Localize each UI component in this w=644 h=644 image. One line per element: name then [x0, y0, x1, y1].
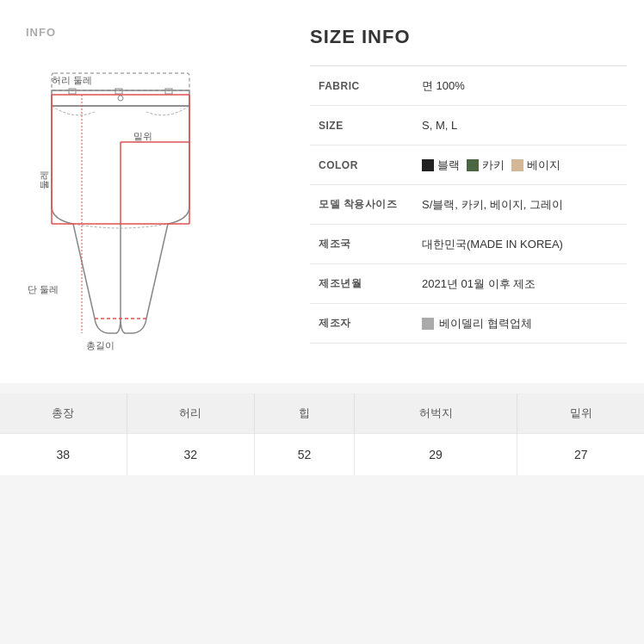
info-row-model-size: 모델 착용사이즈 S/블랙, 카키, 베이지, 그레이: [310, 185, 627, 225]
value-country: 대한민국(MADE IN KOREA): [413, 226, 627, 263]
col-header-waist: 허리: [127, 393, 255, 434]
cell-waist: 32: [127, 434, 255, 476]
swatch-khaki-color: [467, 159, 479, 171]
label-date: 제조년월: [310, 266, 413, 301]
diagram-container: 허리 둘레 밑위 둘레 단 둘레 총길이: [26, 65, 215, 357]
swatch-black-label: 블랙: [437, 158, 460, 173]
svg-point-5: [118, 96, 123, 101]
label-country: 제조국: [310, 226, 413, 262]
left-panel: INFO: [17, 26, 293, 357]
value-model-size: S/블랙, 카키, 베이지, 그레이: [413, 187, 627, 223]
swatch-beige-label: 베이지: [527, 158, 560, 173]
right-panel: SIZE INFO FABRIC 면 100% SIZE S, M, L COL…: [310, 26, 627, 357]
label-model-size: 모델 착용사이즈: [310, 187, 413, 222]
info-row-date: 제조년월 2021년 01월 이후 제조: [310, 264, 627, 304]
bottom-section: 총장 허리 힙 허벅지 밑위 38 32 52 29 27: [0, 393, 644, 475]
swatch-beige: 베이지: [511, 158, 560, 173]
size-table-header-row: 총장 허리 힙 허벅지 밑위: [0, 393, 644, 434]
size-table: 총장 허리 힙 허벅지 밑위 38 32 52 29 27: [0, 393, 644, 475]
info-table: FABRIC 면 100% SIZE S, M, L COLOR 블랙: [310, 65, 627, 344]
info-row-fabric: FABRIC 면 100%: [310, 66, 627, 106]
info-row-manufacturer: 제조자 베이델리 협력업체: [310, 304, 627, 344]
svg-rect-4: [165, 89, 172, 94]
swatch-black-color: [422, 159, 434, 171]
jeans-diagram: 허리 둘레 밑위 둘레 단 둘레 총길이: [26, 65, 215, 357]
label-manufacturer: 제조자: [310, 306, 413, 341]
swatch-black: 블랙: [422, 158, 460, 173]
svg-text:단 둘레: 단 둘레: [28, 284, 59, 294]
svg-text:밑위: 밑위: [133, 131, 152, 141]
svg-text:둘레: 둘레: [39, 170, 49, 189]
col-header-thigh: 허벅지: [354, 393, 517, 434]
manufacturer-dot-icon: [422, 318, 434, 330]
label-fabric: FABRIC: [310, 70, 413, 102]
value-size: S, M, L: [413, 108, 627, 142]
label-size: SIZE: [310, 109, 413, 142]
info-row-country: 제조국 대한민국(MADE IN KOREA): [310, 225, 627, 264]
svg-text:허리 둘레: 허리 둘레: [52, 75, 92, 85]
svg-text:총길이: 총길이: [86, 340, 115, 350]
left-section-title: INFO: [26, 26, 56, 39]
col-header-inseam: 밑위: [517, 393, 644, 434]
top-section: INFO: [0, 0, 644, 383]
swatch-khaki-label: 카키: [482, 158, 505, 173]
cell-inseam: 27: [517, 434, 644, 476]
cell-thigh: 29: [354, 434, 517, 476]
svg-rect-2: [69, 89, 76, 94]
size-table-body: 38 32 52 29 27: [0, 434, 644, 476]
cell-total-length: 38: [0, 434, 127, 476]
value-date: 2021년 01월 이후 제조: [413, 266, 627, 302]
swatch-khaki: 카키: [467, 158, 505, 173]
info-row-size: SIZE S, M, L: [310, 106, 627, 146]
info-row-color: COLOR 블랙 카키 베이지: [310, 146, 627, 185]
manufacturer-value: 베이델리 협력업체: [413, 306, 627, 342]
col-header-total-length: 총장: [0, 393, 127, 434]
value-fabric: 면 100%: [413, 68, 627, 104]
table-row: 38 32 52 29 27: [0, 434, 644, 476]
label-color: COLOR: [310, 149, 413, 182]
manufacturer-name: 베이델리 협력업체: [439, 316, 532, 331]
color-swatches: 블랙 카키 베이지: [413, 147, 627, 183]
swatch-beige-color: [511, 159, 523, 171]
svg-rect-3: [115, 89, 122, 94]
size-table-header: 총장 허리 힙 허벅지 밑위: [0, 393, 644, 434]
svg-rect-1: [52, 90, 189, 106]
right-section-title: SIZE INFO: [310, 26, 627, 48]
col-header-hip: 힙: [255, 393, 355, 434]
cell-hip: 52: [255, 434, 355, 476]
